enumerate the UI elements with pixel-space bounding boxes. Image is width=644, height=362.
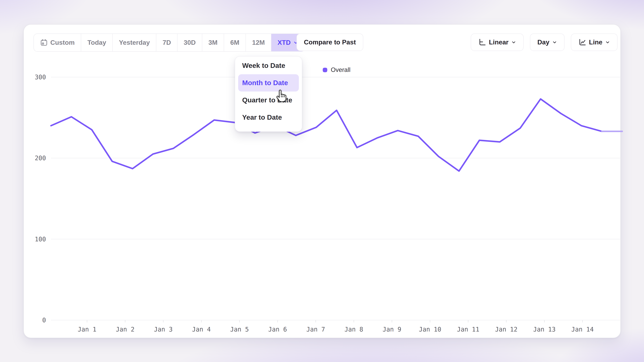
interval-select-button[interactable]: Day — [530, 33, 564, 51]
chart-legend: Overall — [323, 66, 350, 73]
range-button-label: 12M — [252, 39, 265, 46]
range-button-6m[interactable]: 6M — [224, 34, 246, 51]
legend-label: Overall — [331, 66, 350, 73]
interval-select-label: Day — [537, 38, 550, 46]
chart-type-select-label: Line — [589, 38, 602, 46]
dropdown-item-year-to-date[interactable]: Year to Date — [235, 109, 302, 126]
compare-to-past-button[interactable]: Compare to Past — [296, 33, 363, 51]
range-button-label: 3M — [208, 39, 218, 46]
range-button-3m[interactable]: 3M — [202, 34, 224, 51]
legend-swatch-overall — [323, 68, 327, 72]
range-button-label: XTD — [278, 39, 291, 46]
calendar-icon — [40, 39, 48, 46]
line-chart-icon — [578, 38, 586, 46]
range-button-today[interactable]: Today — [81, 34, 112, 51]
chart-type-select-button[interactable]: Line — [571, 33, 618, 51]
range-button-label: Custom — [50, 39, 75, 46]
scale-select-button[interactable]: Linear — [471, 33, 524, 51]
range-segmented-control: CustomTodayYesterday7D30D3M6M12MXTD — [34, 33, 305, 52]
range-button-custom[interactable]: Custom — [34, 34, 81, 51]
dropdown-item-month-to-date[interactable]: Month to Date — [238, 74, 299, 91]
range-button-yesterday[interactable]: Yesterday — [112, 34, 156, 51]
range-button-7d[interactable]: 7D — [156, 34, 177, 51]
linear-scale-icon — [478, 38, 486, 46]
dropdown-item-week-to-date[interactable]: Week to Date — [235, 57, 302, 74]
chart-card — [24, 24, 621, 338]
chevron-down-icon — [511, 40, 516, 45]
range-button-30d[interactable]: 30D — [177, 34, 202, 51]
range-dropdown-menu: Week to DateMonth to DateQuarter to Date… — [235, 56, 302, 132]
range-button-label: 6M — [230, 39, 239, 46]
chevron-down-icon — [552, 40, 557, 45]
chevron-down-icon — [605, 40, 610, 45]
range-button-12m[interactable]: 12M — [246, 34, 271, 51]
chart-settings-controls: Linear Day Line — [471, 33, 618, 51]
scale-select-label: Linear — [489, 38, 508, 46]
range-button-label: Today — [88, 39, 106, 46]
range-button-label: 7D — [162, 39, 171, 46]
range-button-label: 30D — [184, 39, 196, 46]
dropdown-item-quarter-to-date[interactable]: Quarter to Date — [235, 91, 302, 109]
range-button-label: Yesterday — [119, 39, 150, 46]
